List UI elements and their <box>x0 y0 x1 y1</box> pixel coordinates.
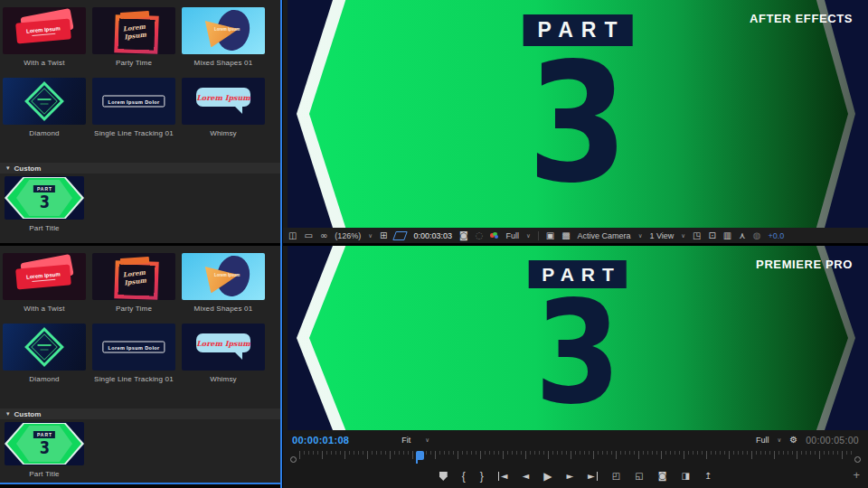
preset-item-mixed-shapes[interactable]: Lorem Ipsum Mixed Shapes 01 <box>182 7 265 67</box>
preset-thumbnail[interactable] <box>3 78 86 125</box>
export-frame-icon[interactable]: ◙ <box>658 472 667 481</box>
zoom-level-dropdown[interactable]: (126%) <box>335 231 361 240</box>
preset-thumbnail[interactable]: Lorem Ipsum <box>92 253 175 300</box>
pr-scrubber-ruler[interactable] <box>290 451 861 464</box>
chevron-down-icon[interactable]: ∨ <box>638 232 643 239</box>
preset-thumbnail[interactable]: Lorem Ipsum <box>3 7 86 54</box>
preset-item-whimsy[interactable]: Lorem Ipsum Whimsy <box>182 324 265 383</box>
pr-duration-timecode: 00:00:05:00 <box>806 435 859 446</box>
chevron-down-icon[interactable]: ∨ <box>777 436 781 444</box>
app-comparison-screen: Lorem Ipsum With a Twist Lorem Ipsum Par… <box>0 0 868 488</box>
fast-previews-icon[interactable]: ▣ <box>546 231 554 240</box>
lift-icon[interactable]: ◰ <box>612 472 620 481</box>
region-of-interest-icon[interactable] <box>393 231 409 240</box>
scrub-start-handle[interactable] <box>290 456 297 463</box>
grid-options-icon[interactable]: ⊞ <box>380 231 387 240</box>
chevron-down-icon[interactable]: ∨ <box>425 436 429 444</box>
play-icon[interactable]: ▶ <box>543 471 552 482</box>
go-to-in-icon[interactable]: ◄ <box>498 472 508 481</box>
step-back-icon[interactable]: ◄ <box>522 472 529 481</box>
scrub-end-handle[interactable] <box>854 456 861 463</box>
preset-thumbnail[interactable]: Lorem Ipsum <box>182 324 265 371</box>
fit-label[interactable]: Fit <box>401 436 410 445</box>
zoom-fit-dropdown[interactable]: Fit ∨ <box>401 436 429 445</box>
disclosure-triangle-icon[interactable]: ▾ <box>6 164 10 172</box>
button-editor-plus-icon[interactable]: + <box>853 469 860 481</box>
preset-thumbnail[interactable]: Lorem Ipsum <box>182 253 265 300</box>
mark-in-icon[interactable]: { <box>462 471 466 482</box>
pixel-aspect-icon[interactable]: ◳ <box>693 231 701 240</box>
thumb-subline <box>32 279 55 282</box>
preset-label: With a Twist <box>24 305 64 313</box>
pr-presets-panel: Lorem Ipsum With a Twist Lorem Ipsum Par… <box>0 246 280 484</box>
custom-section-header[interactable]: ▾ Custom <box>0 163 280 174</box>
preset-item-whimsy[interactable]: Lorem Ipsum Whimsy <box>182 78 265 137</box>
add-marker-icon[interactable] <box>439 472 448 481</box>
flowchart-icon[interactable]: ⋏ <box>739 231 745 240</box>
pr-program-monitor[interactable]: PART 3 <box>288 246 868 430</box>
transparency-grid-icon[interactable]: ▩ <box>561 231 570 240</box>
exposure-value[interactable]: +0.0 <box>768 231 784 240</box>
show-channels-icon[interactable] <box>490 232 498 239</box>
layers-icon[interactable]: ◫ <box>288 231 297 240</box>
custom-section-label: Custom <box>14 164 42 173</box>
ae-composition-area: PART 3 AFTER EFFECTS ◫ ▭ ∞ (126%) ∨ ⊞ 0:… <box>283 0 868 243</box>
preset-item-party-time[interactable]: Lorem Ipsum Party Time <box>92 7 175 67</box>
shutter-icon[interactable]: ◍ <box>753 231 761 240</box>
snapshot-camera-icon[interactable]: ◙ <box>459 231 468 240</box>
view-layout-dropdown[interactable]: 1 View <box>649 231 674 240</box>
custom-section-header[interactable]: ▾ Custom <box>0 408 280 419</box>
preset-label: Diamond <box>29 129 59 137</box>
preset-thumbnail[interactable]: Lorem Ipsum <box>182 7 265 54</box>
step-forward-icon[interactable]: ► <box>566 472 573 481</box>
preset-thumbnail[interactable]: PART 3 <box>5 176 84 220</box>
timeline-graph-icon[interactable]: ▥ <box>723 231 731 240</box>
part-number: 3 <box>534 296 621 412</box>
goggles-icon[interactable]: ∞ <box>320 231 327 240</box>
preset-item-diamond[interactable]: Diamond <box>3 324 86 383</box>
preset-thumbnail[interactable]: Lorem Ipsum <box>3 253 86 300</box>
preset-item-single-line-tracking[interactable]: Lorem Ipsum Dolor Single Line Tracking 0… <box>92 78 175 137</box>
part-lockup: PART 3 <box>33 431 55 456</box>
exposure-adjust-icon[interactable]: ⊡ <box>708 231 715 240</box>
pr-current-timecode[interactable]: 00:00:01:08 <box>292 435 349 446</box>
preset-thumbnail[interactable]: Lorem Ipsum <box>182 78 265 125</box>
comparison-view-icon[interactable]: ◨ <box>681 472 689 481</box>
pr-transport-controls: { } ◄ ◄ ▶ ► ► ◰ ◱ ◙ ◨ ↥ + <box>283 465 868 487</box>
playhead[interactable] <box>416 451 424 460</box>
ribbon-shape: Lorem Ipsum <box>15 264 71 289</box>
active-camera-dropdown[interactable]: Active Camera <box>578 231 631 240</box>
preset-label: With a Twist <box>24 59 64 67</box>
text-line-shape <box>41 104 49 105</box>
show-snapshot-icon[interactable]: ◌ <box>476 231 484 240</box>
preset-thumbnail[interactable]: Lorem Ipsum Dolor <box>92 324 175 371</box>
preset-item-mixed-shapes[interactable]: Lorem Ipsum Mixed Shapes 01 <box>182 253 265 313</box>
preset-label: Single Line Tracking 01 <box>94 375 174 383</box>
preset-item-with-a-twist[interactable]: Lorem Ipsum With a Twist <box>3 253 86 313</box>
preset-thumbnail[interactable]: Lorem Ipsum Dolor <box>92 78 175 125</box>
chevron-down-icon[interactable]: ∨ <box>681 232 685 239</box>
preset-thumbnail[interactable] <box>3 324 86 371</box>
export-icon[interactable]: ↥ <box>704 472 712 481</box>
preset-item-single-line-tracking[interactable]: Lorem Ipsum Dolor Single Line Tracking 0… <box>92 324 175 383</box>
ae-composition-viewer[interactable]: PART 3 <box>288 0 868 228</box>
go-to-out-icon[interactable]: ► <box>588 472 598 481</box>
preset-item-with-a-twist[interactable]: Lorem Ipsum With a Twist <box>3 7 86 67</box>
monitor-icon[interactable]: ▭ <box>304 231 312 240</box>
disclosure-triangle-icon[interactable]: ▾ <box>6 410 10 418</box>
preset-item-part-title[interactable]: PART 3 Part Title <box>5 176 84 232</box>
playback-resolution-dropdown[interactable]: Full <box>756 436 769 445</box>
preset-item-part-title[interactable]: PART 3 Part Title <box>5 422 84 478</box>
chevron-down-icon[interactable]: ∨ <box>368 232 373 239</box>
settings-wrench-icon[interactable]: ⚙ <box>789 436 797 445</box>
ae-timecode[interactable]: 0:00:03:03 <box>413 231 452 240</box>
extract-icon[interactable]: ◱ <box>635 472 643 481</box>
mark-out-icon[interactable]: } <box>480 471 484 482</box>
preset-item-diamond[interactable]: Diamond <box>3 78 86 137</box>
preset-thumbnail[interactable]: Lorem Ipsum <box>92 7 175 54</box>
preset-item-party-time[interactable]: Lorem Ipsum Party Time <box>92 253 175 313</box>
preset-row: Lorem Ipsum With a Twist Lorem Ipsum Par… <box>3 253 265 313</box>
chevron-down-icon[interactable]: ∨ <box>526 232 531 239</box>
preset-thumbnail[interactable]: PART 3 <box>5 422 84 465</box>
resolution-dropdown[interactable]: Full <box>505 231 519 240</box>
